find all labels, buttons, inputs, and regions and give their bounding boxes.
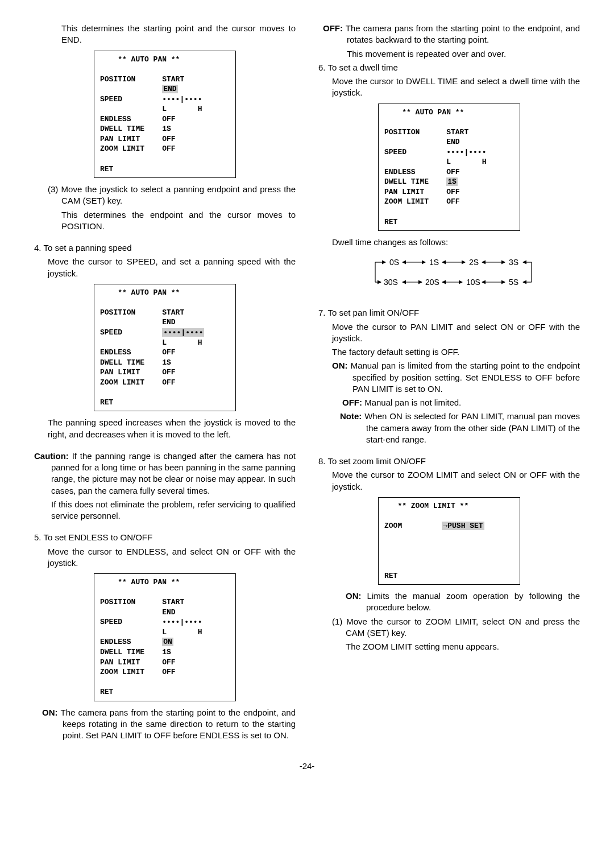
svg-text:0S: 0S (389, 258, 399, 267)
step-6a: Move the cursor to DWELL TIME and select… (332, 76, 580, 99)
zoom-limit-menu: ** ZOOM LIMIT ** ZOOM →PUSH SET RET (378, 497, 520, 585)
off-para: OFF: The camera pans from the starting p… (318, 23, 580, 46)
caution-label: Caution: (34, 451, 69, 461)
right-column: OFF: The camera pans from the starting p… (318, 23, 580, 743)
step-8a: Move the cursor to ZOOM LIMIT and select… (332, 469, 580, 493)
note7-para: Note: When ON is selected for PAN LIMIT,… (332, 411, 580, 445)
caution-para: Caution: If the panning range is changed… (34, 450, 296, 497)
step-5: 5. To set ENDLESS to ON/OFF (34, 532, 296, 543)
on7-para: ON: Manual pan is limited from the start… (318, 360, 580, 395)
caution-para-2: If this does not eliminate the problem, … (34, 499, 296, 522)
auto-pan-menu-4: ** AUTO PAN ** POSITION START END SPEED … (378, 104, 520, 232)
step-4a: Move the cursor to SPEED, and set a pann… (48, 256, 296, 279)
panning-speed-text: The panning speed increases when the joy… (48, 417, 296, 440)
step-7a: Move the cursor to PAN LIMIT and select … (332, 321, 580, 345)
svg-text:1S: 1S (429, 258, 439, 267)
left-column: This determines the starting point and t… (34, 23, 296, 743)
off7-para: OFF: Manual pan is not limited. (332, 397, 580, 408)
step-7: 7. To set pan limit ON/OFF (318, 307, 580, 319)
intro-text: This determines the starting point and t… (61, 23, 296, 46)
page-number: -24- (34, 760, 580, 772)
off-label: OFF: (323, 23, 343, 33)
auto-pan-menu-2: ** AUTO PAN ** POSITION START END SPEED … (94, 284, 236, 412)
step-5a: Move the cursor to ENDLESS, and select O… (48, 546, 296, 569)
step-4: 4. To set a panning speed (34, 242, 296, 254)
step-8: 8. To set zoom limit ON/OFF (318, 456, 580, 467)
sub8-1: (1) Move the cursor to ZOOM LIMIT, selec… (318, 616, 580, 639)
step-3b: This determines the endpoint and the cur… (61, 209, 296, 233)
auto-pan-menu-3: ** AUTO PAN ** POSITION START END SPEED … (94, 573, 236, 701)
on8-para: ON: Limits the manual zoom operation by … (332, 590, 580, 614)
step-6: 6. To set a dwell time (318, 62, 580, 73)
auto-pan-menu-1: ** AUTO PAN ** POSITION START END SPEED … (94, 51, 236, 179)
svg-text:30S: 30S (384, 278, 398, 287)
svg-text:10S: 10S (466, 278, 480, 287)
step-7b: The factory default setting is OFF. (332, 346, 580, 358)
dwell-intro: Dwell time changes as follows: (332, 237, 580, 248)
svg-text:3S: 3S (509, 258, 518, 267)
svg-text:5S: 5S (509, 278, 518, 287)
svg-text:2S: 2S (469, 258, 479, 267)
on-para: ON: The camera pans from the starting po… (34, 707, 296, 742)
on-label: ON: (42, 708, 58, 717)
sub8-1b: The ZOOM LIMIT setting menu appears. (346, 641, 580, 652)
step-3: (3) Move the joystick to select a pannin… (34, 184, 296, 207)
svg-text:20S: 20S (425, 278, 439, 287)
off-para-2: This movement is repeated over and over. (318, 48, 580, 60)
dwell-time-diagram: 0S 1S 2S 3S 30S 20S 10S 5S (358, 254, 540, 294)
